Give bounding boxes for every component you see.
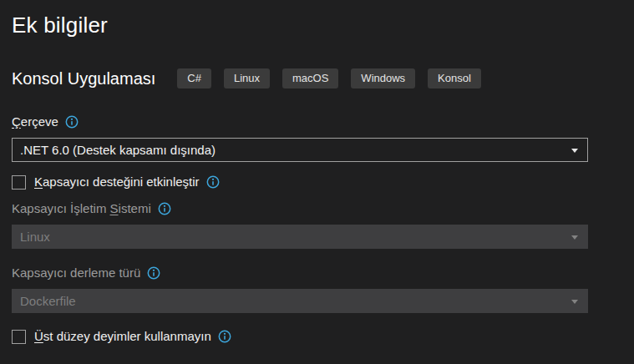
top-level-statements-label-text: Üst düzey deyimler kullanmayın: [34, 329, 211, 344]
container-build-label: Kapsayıcı derleme türü: [12, 265, 588, 281]
info-icon[interactable]: [218, 330, 231, 343]
container-support-checkbox[interactable]: [12, 175, 26, 190]
container-build-dropdown-value: Dockerfile: [20, 294, 76, 308]
info-icon[interactable]: [206, 175, 220, 189]
container-build-dropdown: Dockerfile: [12, 289, 588, 313]
top-level-statements-label: Üst düzey deyimler kullanmayın: [34, 329, 231, 344]
container-os-dropdown-value: Linux: [20, 230, 50, 244]
page-title: Ek bilgiler: [12, 12, 588, 38]
container-os-label-text: Kapsayıcı İşletim Sistemi: [12, 201, 151, 216]
top-level-statements-row: Üst düzey deyimler kullanmayın: [12, 329, 588, 344]
additional-info-page: Ek bilgiler Konsol Uygulaması C# Linux m…: [0, 0, 634, 364]
container-support-label-text: Kapsayıcı desteğini etkinleştir: [34, 174, 200, 190]
info-icon[interactable]: [147, 266, 160, 280]
tag-language: C#: [177, 68, 211, 88]
framework-label: Çerçeve: [12, 114, 588, 129]
container-os-label: Kapsayıcı İşletim Sistemi: [12, 201, 588, 216]
tag-platform-macos: macOS: [282, 68, 338, 88]
chevron-down-icon: [571, 149, 578, 153]
tag-platform-linux: Linux: [224, 68, 270, 88]
framework-dropdown[interactable]: .NET 6.0 (Destek kapsamı dışında): [12, 138, 588, 162]
framework-label-text: Çerçeve: [12, 114, 58, 129]
project-header: Konsol Uygulaması C# Linux macOS Windows…: [12, 68, 588, 88]
chevron-down-icon: [571, 300, 578, 304]
container-support-row: Kapsayıcı desteğini etkinleştir: [12, 174, 588, 190]
container-os-dropdown: Linux: [12, 225, 588, 249]
project-type-label: Konsol Uygulaması: [12, 68, 155, 88]
container-build-label-text: Kapsayıcı derleme türü: [12, 265, 140, 281]
info-icon[interactable]: [65, 115, 79, 129]
project-tags: C# Linux macOS Windows Konsol: [177, 68, 481, 88]
framework-dropdown-value: .NET 6.0 (Destek kapsamı dışında): [20, 143, 216, 157]
top-level-statements-checkbox[interactable]: [12, 330, 26, 344]
container-support-label: Kapsayıcı desteğini etkinleştir: [34, 174, 220, 190]
tag-platform-windows: Windows: [351, 68, 415, 88]
info-icon[interactable]: [158, 202, 171, 215]
tag-project-kind: Konsol: [428, 68, 481, 88]
chevron-down-icon: [571, 235, 578, 240]
